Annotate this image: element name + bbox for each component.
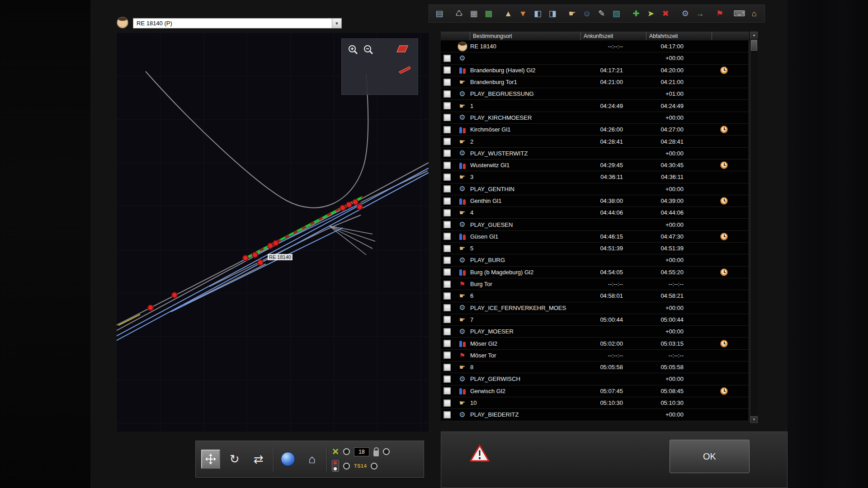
- table-row[interactable]: ☛204:28:4104:28:41: [441, 136, 749, 147]
- row-checkbox[interactable]: [443, 66, 451, 74]
- table-row[interactable]: ☛604:58:0104:58:21: [441, 290, 749, 302]
- crossing-radio[interactable]: [343, 448, 350, 455]
- toolbar-insert-row-after-button[interactable]: ➤: [644, 7, 658, 21]
- toolbar-table-large-button[interactable]: ▩: [482, 7, 495, 21]
- row-checkbox[interactable]: [443, 364, 451, 371]
- scroll-up-button[interactable]: ▲: [750, 32, 758, 38]
- map-layers-button[interactable]: [278, 450, 297, 469]
- track-number-field[interactable]: 18: [354, 447, 369, 456]
- row-checkbox[interactable]: [443, 411, 451, 418]
- table-row[interactable]: ⚙PLAY_GENTHIN+00:00: [441, 183, 749, 195]
- row-checkbox[interactable]: [443, 281, 451, 288]
- toolbar-edit-timetable-button[interactable]: ✎: [595, 7, 609, 21]
- row-checkbox[interactable]: [443, 316, 451, 323]
- row-checkbox[interactable]: [443, 375, 451, 383]
- table-row[interactable]: ⚑Möser Tor--:--:----:--:--: [441, 350, 749, 361]
- toolbar-pattern-grid-button[interactable]: ▨: [610, 7, 623, 21]
- ok-button[interactable]: OK: [670, 440, 750, 473]
- table-row[interactable]: Gerwisch Gl205:07:4505:08:45: [441, 385, 749, 397]
- track-edit-tool-button[interactable]: [396, 42, 410, 55]
- table-row[interactable]: Güsen Gl104:46:1504:47:30: [441, 231, 749, 243]
- toolbar-delete-row-button[interactable]: ✖: [659, 7, 672, 21]
- row-checkbox[interactable]: [443, 90, 451, 98]
- toolbar-flag-tool-button[interactable]: ⚑: [713, 7, 726, 21]
- scrollbar-thumb[interactable]: [751, 40, 757, 51]
- toolbar-select-hand-button[interactable]: ☛: [566, 7, 579, 21]
- row-checkbox[interactable]: [443, 292, 451, 300]
- toolbar-export-button[interactable]: →: [693, 7, 707, 21]
- row-checkbox[interactable]: [443, 209, 451, 216]
- row-checkbox[interactable]: [443, 150, 451, 157]
- row-checkbox[interactable]: [443, 55, 451, 62]
- table-row[interactable]: ⚙PLAY_BURG+00:00: [441, 254, 749, 266]
- table-row[interactable]: Wusterwitz Gl104:29:4504:30:45: [441, 160, 749, 171]
- row-checkbox[interactable]: [443, 102, 451, 109]
- toolbar-passenger-button[interactable]: ☺: [580, 7, 594, 21]
- row-checkbox[interactable]: [443, 185, 451, 192]
- row-checkbox[interactable]: [443, 399, 451, 407]
- row-checkbox[interactable]: [443, 340, 451, 347]
- row-checkbox[interactable]: [443, 268, 451, 276]
- pan-tool-button[interactable]: [201, 450, 220, 469]
- toolbar-delete-button[interactable]: ♺: [453, 7, 466, 21]
- toolbar-move-up-button[interactable]: ▲: [501, 7, 515, 21]
- signal-radio[interactable]: [343, 463, 350, 469]
- toolbar-timetable-settings-button[interactable]: ⚙: [679, 7, 692, 21]
- row-checkbox[interactable]: [443, 114, 451, 121]
- table-row[interactable]: ⚙PLAY_GUESEN+00:00: [441, 219, 749, 230]
- row-checkbox[interactable]: [443, 126, 451, 133]
- ts-radio[interactable]: [371, 463, 377, 469]
- table-row[interactable]: ☛1005:10:3005:10:30: [441, 397, 749, 409]
- table-row[interactable]: ☛404:44:0604:44:06: [441, 207, 749, 219]
- table-row[interactable]: ⚙+00:00: [441, 52, 749, 64]
- table-row[interactable]: ☛504:51:3904:51:39: [441, 243, 749, 254]
- toolbar-save-button[interactable]: ▤: [433, 7, 446, 21]
- row-checkbox[interactable]: [443, 328, 451, 335]
- jump-tool-button[interactable]: ⇄: [249, 450, 268, 469]
- row-checkbox[interactable]: [443, 245, 451, 252]
- row-checkbox[interactable]: [443, 138, 451, 145]
- train-selector[interactable]: RE 18140 (P) ▼: [133, 18, 342, 28]
- timetable-scrollbar[interactable]: ▲ ▼: [750, 32, 758, 423]
- row-checkbox[interactable]: [443, 304, 451, 311]
- table-row[interactable]: Möser Gl205:02:0005:03:15: [441, 338, 749, 349]
- table-row[interactable]: Genthin Gl104:38:0004:39:00: [441, 195, 749, 207]
- scroll-down-button[interactable]: ▼: [750, 416, 758, 423]
- table-row[interactable]: ⚙PLAY_ICE_FERNVERKEHR_MOES+00:00: [441, 302, 749, 314]
- table-row[interactable]: ⚙PLAY_KIRCHMOESER+00:00: [441, 112, 749, 124]
- row-checkbox[interactable]: [443, 162, 451, 169]
- table-row[interactable]: Brandenburg (Havel) Gl204:17:2104:20:00: [441, 65, 749, 76]
- toolbar-keypad-button[interactable]: ⌨: [733, 7, 746, 21]
- toolbar-split-view-right-button[interactable]: ◨: [546, 7, 559, 21]
- row-checkbox[interactable]: [443, 221, 451, 228]
- zoom-out-button[interactable]: [362, 43, 375, 56]
- chevron-down-icon[interactable]: ▼: [332, 19, 341, 28]
- table-row[interactable]: RE 18140--:--:--04:17:00: [441, 41, 749, 52]
- table-row[interactable]: ☛805:05:5805:05:58: [441, 361, 749, 373]
- table-row[interactable]: ⚙PLAY_MOESER+00:00: [441, 326, 749, 338]
- row-checkbox[interactable]: [443, 387, 451, 394]
- table-row[interactable]: ⚙PLAY_WUSTERWITZ+00:00: [441, 148, 749, 160]
- row-checkbox[interactable]: [443, 197, 451, 205]
- toolbar-depot-button[interactable]: ⌂: [747, 7, 761, 21]
- table-row[interactable]: ☛Brandenburg Tor104:21:0004:21:00: [441, 76, 749, 88]
- table-row[interactable]: ⚙PLAY_GERWISCH+00:00: [441, 373, 749, 385]
- lock-radio[interactable]: [383, 448, 390, 455]
- track-map[interactable]: RE 18140: [117, 33, 429, 432]
- table-row[interactable]: ☛304:36:1104:36:11: [441, 171, 749, 183]
- table-row[interactable]: Kirchmöser Gl104:26:0004:27:00: [441, 124, 749, 136]
- row-checkbox[interactable]: [443, 257, 451, 264]
- table-row[interactable]: ⚑Burg Tor--:--:----:--:--: [441, 278, 749, 290]
- table-row[interactable]: ☛705:00:4405:00:44: [441, 314, 749, 326]
- toolbar-move-down-button[interactable]: ▼: [516, 7, 530, 21]
- toolbar-insert-row-before-button[interactable]: ✚: [629, 7, 643, 21]
- rotate-tool-button[interactable]: ↻: [225, 450, 244, 469]
- table-row[interactable]: ⚙PLAY_BEGRUESSUNG+01:00: [441, 88, 749, 100]
- home-view-button[interactable]: ⌂: [302, 450, 321, 469]
- row-checkbox[interactable]: [443, 174, 451, 181]
- toolbar-table-small-button[interactable]: ▦: [467, 7, 481, 21]
- gradient-tool-button[interactable]: [398, 62, 411, 75]
- table-row[interactable]: ☛104:24:4904:24:49: [441, 100, 749, 112]
- toolbar-split-view-left-button[interactable]: ◧: [531, 7, 545, 21]
- zoom-in-button[interactable]: [346, 43, 360, 56]
